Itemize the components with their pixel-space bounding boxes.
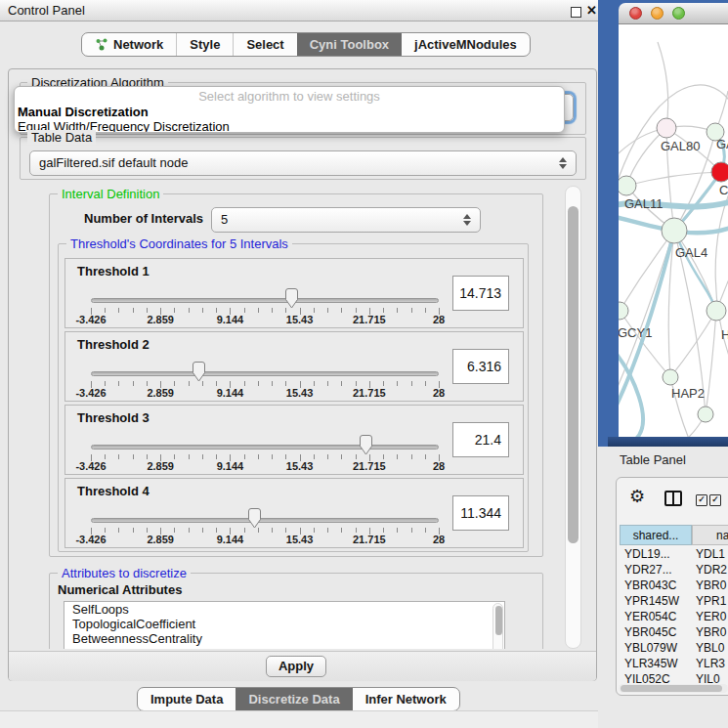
apply-button[interactable]: Apply bbox=[266, 656, 326, 677]
slider-tick bbox=[411, 454, 412, 459]
network-node[interactable] bbox=[707, 301, 726, 321]
table-body: YDL19...YDL1YDR27...YDR2YBR043CYBR0YPR14… bbox=[620, 546, 728, 683]
slider-tick bbox=[216, 308, 217, 313]
threshold-panel: Threshold 1-3.4262.8599.14415.4321.71528… bbox=[64, 258, 524, 328]
slider-tick bbox=[356, 308, 357, 313]
slider-tick bbox=[174, 528, 175, 533]
bottom-tab-discretize-data[interactable]: Discretize Data bbox=[236, 688, 352, 710]
slider-tick bbox=[258, 454, 259, 459]
algorithm-option[interactable]: Manual Discretization bbox=[15, 105, 564, 119]
checkbox-icon[interactable]: ✓ bbox=[709, 494, 721, 506]
threshold-slider-track[interactable] bbox=[91, 445, 439, 450]
threshold-slider-track[interactable] bbox=[91, 298, 439, 303]
combo-down-arrow-icon bbox=[559, 164, 567, 169]
slider-tick bbox=[174, 381, 175, 386]
table-horizontal-scrollbar-thumb[interactable] bbox=[621, 685, 722, 692]
thresholds-group-title: Threshold's Coordinates for 5 Intervals bbox=[66, 236, 292, 251]
slider-tick-label: 9.144 bbox=[217, 314, 244, 325]
threshold-label: Threshold 3 bbox=[77, 410, 150, 425]
number-of-intervals-combo[interactable]: 5 bbox=[211, 207, 481, 233]
network-node[interactable] bbox=[698, 407, 713, 422]
close-icon[interactable]: ✕ bbox=[586, 3, 597, 18]
control-panel-tabbar: NetworkStyleSelectCyni ToolboxjActiveMNo… bbox=[81, 32, 531, 57]
tab-style[interactable]: Style bbox=[176, 33, 233, 56]
tab-jactivemnodules[interactable]: jActiveMNodules bbox=[402, 33, 530, 56]
slider-tick bbox=[285, 381, 286, 386]
table-row[interactable]: YPR145WYPR1 bbox=[620, 593, 728, 609]
threshold-slider-thumb[interactable] bbox=[247, 508, 262, 529]
zoom-light[interactable] bbox=[672, 7, 685, 20]
bottom-tab-infer-network[interactable]: Infer Network bbox=[353, 688, 459, 710]
threshold-value-field[interactable]: 21.4 bbox=[452, 422, 509, 457]
settings-scrollbar-thumb[interactable] bbox=[568, 206, 578, 543]
cell-shared-name: YBR045C bbox=[620, 624, 692, 640]
attribute-list-item[interactable]: TopologicalCoefficient bbox=[64, 617, 504, 631]
table-row[interactable]: YDL19...YDL1 bbox=[620, 546, 728, 562]
threshold-label: Threshold 1 bbox=[77, 264, 150, 278]
numerical-attributes-list[interactable]: SelfLoopsTopologicalCoefficientBetweenne… bbox=[64, 601, 505, 649]
network-canvas[interactable]: GAL80GACGAL11GAL4GCY1HHAP2 bbox=[619, 24, 728, 437]
attribute-list-item[interactable]: SelfLoops bbox=[64, 602, 504, 617]
network-node[interactable] bbox=[663, 369, 678, 385]
column-layout-icon[interactable] bbox=[664, 491, 682, 506]
threshold-slider-thumb[interactable] bbox=[192, 362, 206, 382]
network-node-label: GAL4 bbox=[675, 245, 707, 260]
column-header-2[interactable]: name bbox=[692, 525, 728, 545]
attribute-list-item[interactable]: BetweennessCentrality bbox=[64, 631, 504, 646]
settings-scrollbar[interactable] bbox=[565, 186, 581, 649]
tab-cyni-toolbox[interactable]: Cyni Toolbox bbox=[297, 33, 402, 56]
table-row[interactable]: YBR043CYBR0 bbox=[620, 578, 728, 593]
slider-tick-label: 9.144 bbox=[217, 387, 244, 399]
network-edge bbox=[658, 42, 668, 128]
float-window-icon[interactable] bbox=[571, 7, 581, 18]
network-node[interactable] bbox=[657, 118, 676, 138]
slider-tick bbox=[133, 454, 134, 459]
slider-tick-label: 21.715 bbox=[353, 460, 386, 472]
slider-tick bbox=[272, 454, 273, 459]
table-row[interactable]: YBR045CYBR0 bbox=[620, 624, 728, 640]
interval-definition-group: Interval Definition Number of Intervals … bbox=[49, 193, 543, 557]
network-node[interactable] bbox=[711, 162, 728, 182]
close-light[interactable] bbox=[629, 7, 642, 20]
bottom-tab-impute-data[interactable]: Impute Data bbox=[138, 688, 236, 710]
slider-tick-label: 15.43 bbox=[286, 387, 314, 399]
minimize-light[interactable] bbox=[651, 7, 664, 20]
network-node[interactable] bbox=[619, 302, 628, 320]
threshold-value-field[interactable]: 14.713 bbox=[452, 276, 509, 311]
threshold-value-field[interactable]: 6.316 bbox=[452, 349, 509, 384]
slider-tick bbox=[356, 381, 357, 386]
threshold-slider-thumb[interactable] bbox=[359, 435, 373, 455]
network-node[interactable] bbox=[619, 176, 636, 195]
algorithm-option[interactable]: Equal Width/Frequency Discretization bbox=[15, 119, 564, 133]
table-row[interactable]: YBL079WYBL0 bbox=[620, 640, 728, 656]
slider-tick bbox=[258, 381, 259, 386]
attributes-scrollbar-thumb[interactable] bbox=[495, 606, 502, 635]
table-row[interactable]: YER054CYER0 bbox=[620, 609, 728, 624]
table-row[interactable]: YLR345WYLR3 bbox=[620, 656, 728, 671]
slider-tick bbox=[341, 454, 342, 459]
control-panel-title: Control Panel bbox=[8, 3, 85, 18]
network-node[interactable] bbox=[662, 218, 687, 243]
column-header-1[interactable]: shared... bbox=[620, 525, 692, 545]
tab-select[interactable]: Select bbox=[233, 33, 296, 56]
table-row[interactable]: YIL052CYIL0 bbox=[620, 671, 728, 683]
table-row[interactable]: YDR27...YDR2 bbox=[620, 562, 728, 578]
network-node-label: GAL11 bbox=[624, 196, 664, 211]
attributes-scrollbar[interactable] bbox=[492, 603, 503, 649]
cell-shared-name: YDL19... bbox=[620, 546, 692, 562]
threshold-slider-thumb[interactable] bbox=[284, 288, 299, 309]
slider-tick bbox=[105, 381, 106, 386]
threshold-slider-track[interactable] bbox=[91, 518, 439, 523]
table-data-combo[interactable]: galFiltered.sif default node bbox=[29, 150, 577, 176]
tab-label: Select bbox=[246, 37, 283, 52]
checkbox-icon[interactable]: ✓ bbox=[696, 494, 707, 506]
combo-up-arrow-icon bbox=[463, 214, 471, 219]
tab-network[interactable]: Network bbox=[82, 33, 176, 56]
threshold-value-field[interactable]: 11.344 bbox=[452, 495, 509, 531]
threshold-slider-track[interactable] bbox=[91, 371, 439, 376]
number-of-intervals-value: 5 bbox=[221, 212, 228, 227]
algorithm-placeholder-option[interactable]: Select algorithm to view settings bbox=[15, 88, 564, 105]
slider-tick bbox=[425, 381, 426, 386]
gear-icon[interactable]: ⚙ bbox=[629, 488, 645, 505]
slider-tick bbox=[327, 381, 328, 386]
